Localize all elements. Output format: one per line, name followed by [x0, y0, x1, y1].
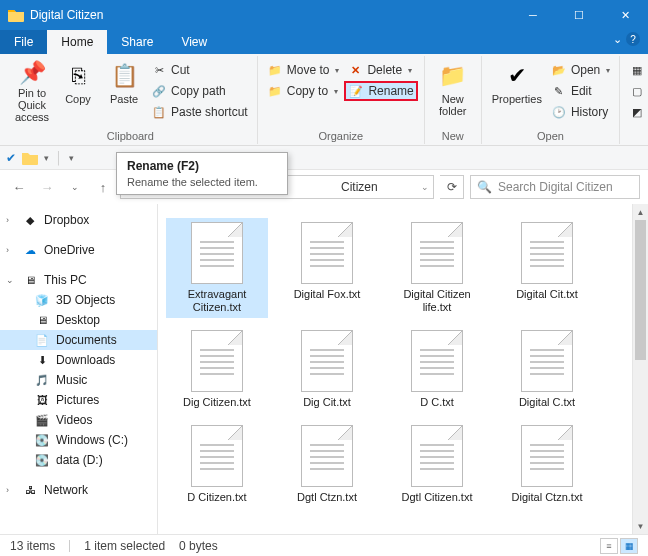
new-folder-button[interactable]: 📁New folder	[431, 58, 475, 124]
scroll-down[interactable]: ▼	[633, 518, 648, 534]
file-name: D C.txt	[420, 396, 454, 409]
file-item[interactable]: Digital C.txt	[496, 326, 598, 413]
sidebar-item-pictures[interactable]: 🖼Pictures	[0, 390, 157, 410]
history-button[interactable]: 🕑History	[548, 102, 613, 122]
file-item[interactable]: Digital Cit.txt	[496, 218, 598, 318]
view-icons-button[interactable]: ▦	[620, 538, 638, 554]
sidebar-item-desktop[interactable]: 🖥Desktop	[0, 310, 157, 330]
forward-button[interactable]: →	[36, 176, 58, 198]
scroll-thumb[interactable]	[635, 220, 646, 360]
file-item[interactable]: Dig Citizen.txt	[166, 326, 268, 413]
tab-home[interactable]: Home	[47, 30, 107, 54]
sidebar-item-videos[interactable]: 🎬Videos	[0, 410, 157, 430]
minimize-button[interactable]: ─	[510, 0, 556, 30]
file-item[interactable]: Digital Ctzn.txt	[496, 421, 598, 508]
edit-button[interactable]: ✎Edit	[548, 81, 613, 101]
breadcrumb[interactable]: Citizen	[341, 180, 378, 194]
sidebar-item-windows-c[interactable]: 💽Windows (C:)	[0, 430, 157, 450]
open-button[interactable]: 📂Open▾	[548, 60, 613, 80]
tab-view[interactable]: View	[167, 30, 221, 54]
sidebar-item-3dobjects[interactable]: 🧊3D Objects	[0, 290, 157, 310]
ribbon-group-organize: 📁Move to▾ 📁Copy to▾ ✕Delete▾ 📝Rename Org…	[258, 56, 425, 144]
search-icon: 🔍	[477, 180, 492, 194]
paste-icon: 📋	[108, 60, 140, 92]
pin-button[interactable]: 📌Pin to Quick access	[10, 58, 54, 124]
back-button[interactable]: ←	[8, 176, 30, 198]
rename-button[interactable]: 📝Rename	[344, 81, 417, 101]
file-item[interactable]: Digital Fox.txt	[276, 218, 378, 318]
refresh-button[interactable]: ⟳	[440, 175, 464, 199]
scrollbar[interactable]: ▲ ▼	[632, 204, 648, 534]
qat-folder-icon[interactable]	[22, 151, 38, 165]
scroll-up[interactable]: ▲	[633, 204, 648, 220]
properties-icon: ✔	[501, 60, 533, 92]
maximize-button[interactable]: ☐	[556, 0, 602, 30]
status-bar: 13 items 1 item selected 0 bytes ≡ ▦	[0, 534, 648, 556]
select-all-button[interactable]: ▦Select all	[626, 60, 648, 80]
navigation-pane[interactable]: ›◆Dropbox ›☁OneDrive ⌄🖥This PC 🧊3D Objec…	[0, 204, 158, 534]
sidebar-item-downloads[interactable]: ⬇Downloads	[0, 350, 157, 370]
qat-check-icon[interactable]: ✔	[6, 151, 16, 165]
file-list[interactable]: Extravagant Citizen.txtDigital Fox.txtDi…	[158, 204, 648, 534]
history-icon: 🕑	[551, 104, 567, 120]
tab-share[interactable]: Share	[107, 30, 167, 54]
file-item[interactable]: Dig Cit.txt	[276, 326, 378, 413]
copy-to-button[interactable]: 📁Copy to▾	[264, 81, 343, 101]
paste-shortcut-button[interactable]: 📋Paste shortcut	[148, 102, 251, 122]
cut-icon: ✂	[151, 62, 167, 78]
close-button[interactable]: ✕	[602, 0, 648, 30]
3d-icon: 🧊	[34, 292, 50, 308]
delete-button[interactable]: ✕Delete▾	[344, 60, 417, 80]
status-size: 0 bytes	[179, 539, 218, 553]
file-item[interactable]: Dgtl Citizen.txt	[386, 421, 488, 508]
sidebar-item-data-d[interactable]: 💽data (D:)	[0, 450, 157, 470]
folder-icon	[8, 7, 24, 23]
recent-button[interactable]: ⌄	[64, 176, 86, 198]
ribbon-toggle[interactable]: ⌄ ?	[613, 32, 640, 46]
up-button[interactable]: ↑	[92, 176, 114, 198]
move-to-icon: 📁	[267, 62, 283, 78]
rename-icon: 📝	[348, 83, 364, 99]
pictures-icon: 🖼	[34, 392, 50, 408]
properties-button[interactable]: ✔Properties	[488, 58, 546, 124]
file-name: Extravagant Citizen.txt	[168, 288, 266, 314]
sidebar-item-music[interactable]: 🎵Music	[0, 370, 157, 390]
invert-icon: ◩	[629, 104, 645, 120]
select-none-button[interactable]: ▢Select none	[626, 81, 648, 101]
file-item[interactable]: D C.txt	[386, 326, 488, 413]
tab-file[interactable]: File	[0, 30, 47, 54]
ribbon-group-clipboard: 📌Pin to Quick access ⎘Copy 📋Paste ✂Cut 🔗…	[4, 56, 258, 144]
pc-icon: 🖥	[22, 272, 38, 288]
copy-path-button[interactable]: 🔗Copy path	[148, 81, 251, 101]
status-selection: 1 item selected	[84, 539, 165, 553]
address-bar-row: ← → ⌄ ↑ › placeholder long crumb text he…	[0, 170, 648, 204]
invert-selection-button[interactable]: ◩Invert selection	[626, 102, 648, 122]
drive-icon: 💽	[34, 452, 50, 468]
main-area: ›◆Dropbox ›☁OneDrive ⌄🖥This PC 🧊3D Objec…	[0, 204, 648, 534]
file-icon	[301, 330, 353, 392]
network-icon: 🖧	[22, 482, 38, 498]
file-name: Digital Fox.txt	[294, 288, 361, 301]
sidebar-item-documents[interactable]: 📄Documents	[0, 330, 157, 350]
sidebar-item-network[interactable]: ›🖧Network	[0, 480, 157, 500]
search-input[interactable]: 🔍 Search Digital Citizen	[470, 175, 640, 199]
paste-button[interactable]: 📋Paste	[102, 58, 146, 124]
open-icon: 📂	[551, 62, 567, 78]
rename-tooltip: Rename (F2) Rename the selected item.	[116, 152, 288, 195]
sidebar-item-thispc[interactable]: ⌄🖥This PC	[0, 270, 157, 290]
file-item[interactable]: Dgtl Ctzn.txt	[276, 421, 378, 508]
file-item[interactable]: Extravagant Citizen.txt	[166, 218, 268, 318]
sidebar-item-onedrive[interactable]: ›☁OneDrive	[0, 240, 157, 260]
cut-button[interactable]: ✂Cut	[148, 60, 251, 80]
file-item[interactable]: Digital Citizen life.txt	[386, 218, 488, 318]
ribbon-group-new: 📁New folder New	[425, 56, 482, 144]
sidebar-item-dropbox[interactable]: ›◆Dropbox	[0, 210, 157, 230]
copy-button[interactable]: ⎘Copy	[56, 58, 100, 124]
file-name: Digital C.txt	[519, 396, 575, 409]
onedrive-icon: ☁	[22, 242, 38, 258]
file-name: D Citizen.txt	[187, 491, 246, 504]
file-name: Digital Citizen life.txt	[388, 288, 486, 314]
view-details-button[interactable]: ≡	[600, 538, 618, 554]
file-item[interactable]: D Citizen.txt	[166, 421, 268, 508]
move-to-button[interactable]: 📁Move to▾	[264, 60, 343, 80]
